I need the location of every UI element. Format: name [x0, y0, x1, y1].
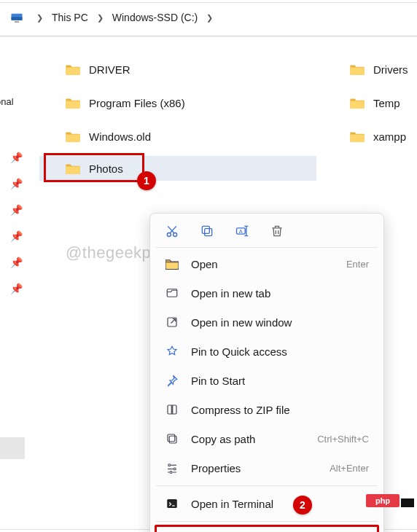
chevron-right-icon[interactable]: ❯	[36, 13, 43, 23]
file-list-col2: Drivers Temp xampp	[350, 57, 408, 149]
menu-label: Open	[191, 258, 346, 270]
context-toolbar: A	[150, 218, 383, 246]
pin-icon[interactable]: 📌	[10, 152, 23, 163]
menu-show-more-options[interactable]: Show more options	[155, 525, 379, 532]
separator	[156, 247, 378, 248]
folder-icon	[66, 97, 80, 109]
menu-open-terminal[interactable]: Open in Terminal	[150, 489, 383, 518]
svg-rect-2	[15, 21, 19, 23]
folder-icon	[165, 257, 179, 271]
cut-icon[interactable]	[165, 224, 179, 238]
folder-icon	[66, 130, 80, 142]
annotation-badge: 2	[293, 496, 312, 515]
sidebar-label: onal	[0, 96, 14, 107]
menu-label: Compress to ZIP file	[191, 404, 369, 416]
pin-icon[interactable]: 📌	[10, 230, 23, 242]
menu-label: Properties	[191, 462, 330, 474]
menu-pin-start[interactable]: Pin to Start	[150, 366, 383, 395]
delete-icon[interactable]	[270, 224, 284, 238]
menu-copy-path[interactable]: Copy as path Ctrl+Shift+C	[150, 424, 383, 453]
menu-compress-zip[interactable]: Compress to ZIP file	[150, 395, 383, 424]
pin-icon[interactable]: 📌	[10, 283, 23, 294]
folder-name: Program Files (x86)	[89, 97, 185, 109]
folder-icon	[66, 163, 80, 174]
folder-name: Drivers	[373, 63, 408, 76]
folder-item[interactable]: xampp	[350, 124, 408, 149]
menu-shortcut: Alt+Enter	[330, 463, 369, 474]
copy-path-icon	[165, 431, 179, 446]
svg-rect-12	[169, 436, 176, 443]
svg-point-14	[168, 464, 171, 466]
breadcrumb: ❯ This PC ❯ Windows-SSD (C:) ❯	[0, 3, 417, 32]
menu-label: Copy as path	[191, 433, 317, 445]
pin-icon[interactable]: 📌	[10, 178, 23, 189]
context-menu: A Open Enter Open in new tab Open in new…	[149, 213, 384, 532]
folder-name: Temp	[373, 97, 400, 109]
terminal-icon	[165, 496, 179, 511]
chevron-right-icon[interactable]: ❯	[206, 13, 213, 23]
svg-point-3	[167, 233, 171, 237]
sidebar: onal 📌 📌 📌 📌 📌 📌	[0, 44, 32, 532]
folder-name: Photos	[89, 163, 123, 175]
svg-rect-13	[168, 434, 175, 442]
breadcrumb-drive[interactable]: Windows-SSD (C:)	[111, 9, 199, 26]
svg-rect-6	[202, 226, 209, 233]
menu-label: Open in new tab	[191, 287, 369, 300]
folder-name: Windows.old	[89, 130, 151, 143]
svg-rect-1	[12, 17, 23, 20]
chevron-right-icon[interactable]: ❯	[97, 13, 104, 23]
menu-label: Pin to Start	[191, 375, 369, 387]
folder-icon	[350, 130, 365, 142]
menu-label: Pin to Quick access	[191, 345, 369, 358]
folder-name: DRIVER	[89, 63, 130, 76]
folder-icon	[66, 63, 80, 75]
menu-label: Open in Terminal	[191, 498, 369, 510]
php-badge: php	[366, 494, 400, 507]
breadcrumb-this-pc[interactable]: This PC	[50, 9, 90, 26]
svg-rect-17	[167, 499, 177, 508]
menu-open-new-window[interactable]: Open in new window	[150, 308, 383, 337]
folder-item[interactable]: Temp	[350, 90, 408, 115]
pin-icon	[165, 373, 179, 388]
folder-item-selected[interactable]: Photos	[39, 156, 316, 181]
pin-icon[interactable]: 📌	[10, 257, 23, 268]
menu-label: Open in new window	[191, 316, 369, 329]
window-icon	[165, 315, 179, 329]
pin-star-icon	[165, 344, 179, 359]
svg-point-15	[174, 468, 176, 470]
menu-shortcut: Enter	[346, 259, 369, 270]
menu-open[interactable]: Open Enter	[150, 249, 383, 278]
folder-icon	[350, 63, 365, 75]
footer-block	[401, 498, 414, 507]
zip-icon	[165, 402, 179, 417]
pin-icon[interactable]: 📌	[10, 204, 23, 216]
folder-icon	[350, 97, 365, 109]
annotation-badge: 1	[137, 171, 156, 190]
rename-icon[interactable]: A	[235, 224, 249, 238]
properties-icon	[165, 461, 179, 475]
menu-properties[interactable]: Properties Alt+Enter	[150, 453, 383, 482]
menu-open-new-tab[interactable]: Open in new tab	[150, 278, 383, 308]
svg-rect-5	[205, 229, 212, 236]
copy-icon[interactable]	[200, 224, 214, 238]
separator	[156, 521, 378, 522]
folder-name: xampp	[373, 130, 406, 143]
sidebar-selected-item[interactable]	[0, 437, 25, 459]
svg-point-4	[174, 233, 177, 237]
separator	[156, 485, 378, 486]
svg-point-16	[170, 472, 172, 474]
folder-item[interactable]: Drivers	[350, 57, 408, 82]
tab-icon	[165, 286, 179, 300]
pc-icon	[10, 11, 23, 24]
divider	[0, 36, 417, 36]
menu-pin-quick-access[interactable]: Pin to Quick access	[150, 337, 383, 366]
menu-shortcut: Ctrl+Shift+C	[317, 434, 369, 445]
svg-text:A: A	[239, 228, 243, 235]
